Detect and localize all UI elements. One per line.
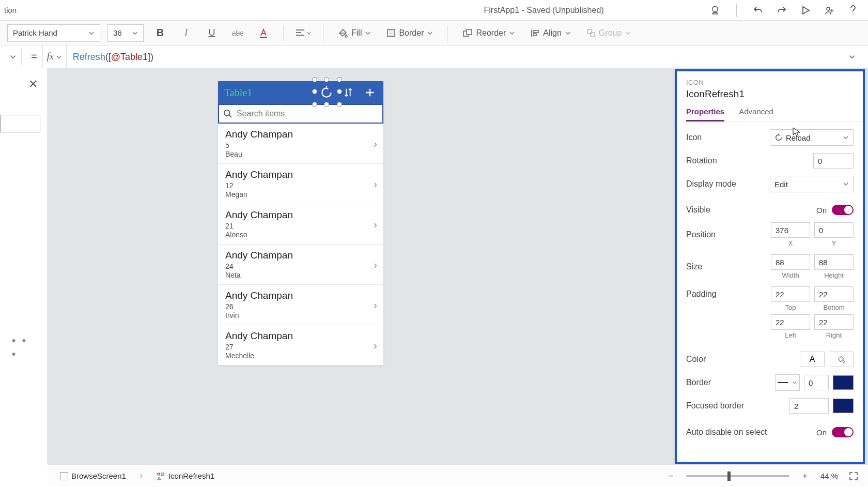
phone-header: Table1 <box>218 81 383 104</box>
visible-state: On <box>816 206 827 215</box>
left-panel-slot[interactable] <box>0 115 40 132</box>
control-type-label: ICON <box>686 79 854 86</box>
chevron-right-icon[interactable]: › <box>374 339 377 351</box>
focusedborder-width-input[interactable] <box>789 398 829 414</box>
icon-select[interactable]: Reload <box>770 129 854 146</box>
search-box[interactable] <box>218 104 383 124</box>
titlebar-actions <box>709 4 864 17</box>
rotation-input[interactable] <box>813 153 854 169</box>
pad-left-input[interactable] <box>771 314 810 330</box>
prop-padding-label: Padding <box>686 286 771 299</box>
add-icon[interactable] <box>361 83 379 102</box>
color-fill-button[interactable] <box>829 352 854 367</box>
font-size-value: 36 <box>113 28 122 37</box>
border-style-select[interactable] <box>775 374 800 391</box>
breadcrumb-sep: › <box>140 470 143 481</box>
align-label: Align <box>543 28 562 38</box>
phone-title: Table1 <box>222 87 314 99</box>
border-button[interactable]: Border <box>382 28 437 38</box>
chevron-right-icon[interactable]: › <box>374 178 377 190</box>
undo-icon[interactable] <box>752 5 764 16</box>
breadcrumb-control[interactable]: IconRefresh1 <box>151 469 220 483</box>
fit-screen-icon[interactable] <box>846 469 861 483</box>
pad-bottom-input[interactable] <box>814 286 854 302</box>
chevron-right-icon[interactable]: › <box>374 138 377 149</box>
strikethrough-button[interactable]: abc <box>228 24 247 42</box>
prop-focusedborder-label: Focused border <box>686 401 789 410</box>
border-label: Border <box>399 28 424 38</box>
color-text-button[interactable]: A <box>800 352 825 367</box>
property-dropdown[interactable] <box>4 48 22 66</box>
zoom-out-icon[interactable]: − <box>663 469 678 483</box>
prop-icon-label: Icon <box>686 133 770 142</box>
list-item[interactable]: Andy Champan21Alonso› <box>218 204 383 245</box>
close-icon[interactable]: ✕ <box>28 78 38 91</box>
chevron-down-icon <box>88 30 95 36</box>
height-input[interactable] <box>814 254 854 270</box>
canvas[interactable]: Table1 Andy Champan5Beau› Andy Champa <box>48 68 868 464</box>
font-name: Patrick Hand <box>13 28 57 37</box>
chevron-right-icon[interactable]: › <box>374 258 377 270</box>
font-select[interactable]: Patrick Hand <box>7 24 100 42</box>
pos-x-input[interactable] <box>771 222 810 238</box>
list-item[interactable]: Andy Champan27Mechelle› <box>218 325 383 366</box>
reorder-label: Reorder <box>476 28 506 38</box>
displaymode-select[interactable]: Edit <box>770 176 854 192</box>
list-item[interactable]: Andy Champan5Beau› <box>218 124 383 164</box>
svg-rect-1 <box>260 37 267 38</box>
svg-rect-6 <box>591 33 595 37</box>
border-width-input[interactable] <box>804 375 829 390</box>
list-item[interactable]: Andy Champan24Neta› <box>218 245 383 285</box>
fx-button[interactable]: fx <box>43 45 67 68</box>
list-item[interactable]: Andy Champan26Irvin› <box>218 285 383 325</box>
left-panel: ✕ • • • <box>0 68 48 464</box>
gallery-list: Andy Champan5Beau› Andy Champan12Megan› … <box>218 124 383 366</box>
underline-button[interactable]: U <box>203 24 221 42</box>
chevron-right-icon[interactable]: › <box>374 299 377 311</box>
svg-point-7 <box>224 110 230 116</box>
play-icon[interactable] <box>800 5 811 16</box>
control-name: IconRefresh1 <box>686 88 854 100</box>
more-icon[interactable]: • • • <box>12 334 36 361</box>
refresh-icon[interactable] <box>317 83 336 102</box>
tab-properties[interactable]: Properties <box>686 107 724 121</box>
border-color-swatch[interactable] <box>833 375 854 390</box>
search-input[interactable] <box>237 109 378 118</box>
app-checker-icon[interactable] <box>709 5 721 16</box>
fill-button[interactable]: Fill <box>334 28 375 38</box>
expand-formula-icon[interactable] <box>848 53 864 60</box>
bold-button[interactable]: B <box>151 24 169 42</box>
list-item[interactable]: Andy Champan12Megan› <box>218 164 383 204</box>
visible-toggle[interactable] <box>832 205 854 215</box>
equals-sign: = <box>26 45 43 68</box>
text-align-button[interactable] <box>294 24 313 42</box>
focusedborder-color-swatch[interactable] <box>833 399 854 413</box>
formula-function: Refresh <box>73 52 105 62</box>
breadcrumb-screen[interactable]: BrowseScreen1 <box>55 469 131 482</box>
group-button[interactable]: Group <box>582 28 635 38</box>
reload-icon <box>774 133 783 142</box>
zoom-value: 44 <box>820 471 829 480</box>
pad-top-input[interactable] <box>771 286 810 302</box>
italic-button[interactable]: I <box>177 24 195 42</box>
width-input[interactable] <box>771 254 810 270</box>
tab-advanced[interactable]: Advanced <box>739 107 773 121</box>
pad-right-input[interactable] <box>814 314 854 330</box>
formula-input[interactable]: Refresh([@Table1]) <box>67 51 848 63</box>
prop-border-label: Border <box>686 378 775 387</box>
zoom-slider[interactable] <box>686 475 789 477</box>
font-size-select[interactable]: 36 <box>107 24 144 42</box>
share-icon[interactable] <box>824 5 835 16</box>
sort-icon[interactable] <box>339 83 358 102</box>
font-color-button[interactable] <box>254 24 273 42</box>
align-button[interactable]: Align <box>526 28 575 38</box>
reorder-button[interactable]: Reorder <box>458 28 519 38</box>
formula-arg: [@Table1] <box>109 52 150 62</box>
prop-visible-label: Visible <box>686 205 816 215</box>
help-icon[interactable] <box>847 5 859 16</box>
pos-y-input[interactable] <box>814 222 854 238</box>
autodisable-toggle[interactable] <box>832 427 854 437</box>
redo-icon[interactable] <box>776 5 787 16</box>
zoom-in-icon[interactable]: + <box>798 469 812 483</box>
chevron-right-icon[interactable]: › <box>374 218 377 230</box>
